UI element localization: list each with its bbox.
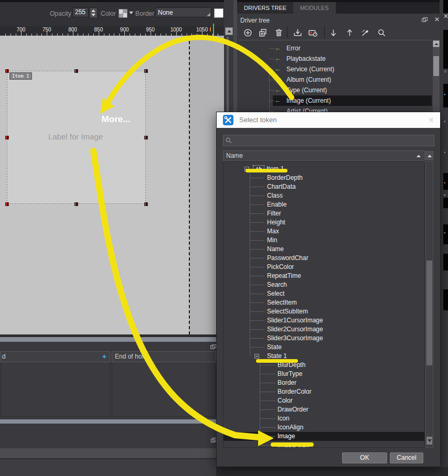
token-item-class[interactable]: Class xyxy=(223,191,424,200)
scroll-up-icon[interactable] xyxy=(225,27,233,35)
horizontal-splitter[interactable] xyxy=(0,337,216,342)
driver-tree-scrollbar[interactable] xyxy=(433,40,440,112)
tab-modules[interactable]: MODULES xyxy=(293,2,335,14)
panel-thumbnail[interactable] xyxy=(443,198,448,208)
token-item-icon[interactable]: Icon xyxy=(223,414,424,423)
driver-item-error[interactable]: ←Error xyxy=(239,43,432,53)
clean-icon[interactable] xyxy=(359,27,371,38)
driver-item-image-current-[interactable]: ←Image (Current) xyxy=(239,95,432,106)
token-search-input[interactable] xyxy=(235,136,431,146)
token-item-max[interactable]: Max xyxy=(223,227,424,236)
driver-item-type-current-[interactable]: ←Type (Current) xyxy=(239,85,432,95)
float-panel-icon[interactable] xyxy=(210,344,216,349)
opacity-input[interactable] xyxy=(72,7,89,17)
selection-handle[interactable] xyxy=(5,136,9,139)
playhead[interactable] xyxy=(213,24,214,36)
panel-thumbnail[interactable] xyxy=(443,254,448,271)
token-item-search[interactable]: Search xyxy=(223,280,424,289)
selection-handle[interactable] xyxy=(5,69,9,73)
timeline-right-track[interactable] xyxy=(112,362,216,417)
selection-handle[interactable] xyxy=(74,69,78,73)
import-icon[interactable] xyxy=(292,27,303,38)
driver-item-album-current-[interactable]: ←Album (Current) xyxy=(239,74,432,85)
selection-handle[interactable] xyxy=(144,136,148,139)
search-icon[interactable] xyxy=(376,27,387,38)
token-item-draworder[interactable]: DrawOrder xyxy=(223,405,424,414)
panel-thumbnail[interactable] xyxy=(443,0,448,13)
move-up-icon[interactable] xyxy=(344,27,355,38)
token-item-state-1[interactable]: State 1 xyxy=(223,352,424,361)
lower-panel-row[interactable] xyxy=(0,448,216,459)
panel-thumbnail[interactable] xyxy=(443,289,448,310)
driver-item-playbackstate[interactable]: ←Playbackstate xyxy=(239,53,432,64)
scroll-up-icon[interactable] xyxy=(433,40,440,47)
token-item-image[interactable]: Image xyxy=(223,432,424,441)
canvas-item[interactable]: Item 1 More... Label for Image xyxy=(7,71,146,204)
tab-drivers-tree[interactable]: DRIVERS TREE xyxy=(237,2,293,14)
color-dropdown-icon[interactable] xyxy=(129,12,133,14)
token-item-border[interactable]: Border xyxy=(223,378,424,387)
token-item-min[interactable]: Min xyxy=(223,236,424,245)
snapshot-icon[interactable] xyxy=(307,27,318,38)
dialog-titlebar[interactable]: Select token ✕ xyxy=(217,112,440,128)
token-item-slider1cursorimage[interactable]: Slider1CursorImage xyxy=(223,316,424,325)
scroll-up-icon[interactable] xyxy=(425,151,433,160)
selection-handle[interactable] xyxy=(144,69,148,73)
move-down-icon[interactable] xyxy=(327,27,339,38)
add-keyframe-button[interactable]: + xyxy=(102,352,106,362)
dialog-close-icon[interactable]: ✕ xyxy=(428,116,434,124)
dialog-scrollbar[interactable] xyxy=(425,161,433,448)
collapse-icon[interactable] xyxy=(244,167,249,171)
token-item-slider2cursorimage[interactable]: Slider2CursorImage xyxy=(223,325,424,334)
token-item-height[interactable]: Height xyxy=(223,218,424,227)
close-panel-icon[interactable]: ✕ xyxy=(434,16,440,23)
token-tree[interactable]: AbItem 1BorderDepthChartDataClassEnableF… xyxy=(223,161,425,448)
token-item-bordercolor[interactable]: BorderColor xyxy=(223,387,424,396)
selection-handle[interactable] xyxy=(5,202,9,206)
token-item-chartdata[interactable]: ChartData xyxy=(223,182,424,191)
fill-color-swatch[interactable] xyxy=(214,8,223,18)
stepper-down-icon[interactable] xyxy=(91,14,95,16)
token-item-state[interactable]: State xyxy=(223,343,424,352)
token-item-passwordchar[interactable]: PasswordChar xyxy=(223,254,424,263)
horizontal-splitter[interactable] xyxy=(0,419,216,424)
token-item-name[interactable]: Name xyxy=(223,245,424,254)
timeline-left-track[interactable] xyxy=(1,362,110,417)
ok-button[interactable]: OK xyxy=(342,452,387,463)
stepper-up-icon[interactable] xyxy=(91,9,95,12)
token-item-imagealign[interactable]: ImageAlign xyxy=(223,441,424,448)
driver-item-service-current-[interactable]: ←Service (Current) xyxy=(239,64,432,74)
token-item-slider3cursorimage[interactable]: Slider3CursorImage xyxy=(223,334,424,343)
close-icon[interactable]: ✕ xyxy=(443,13,448,19)
token-item-filter[interactable]: Filter xyxy=(223,209,424,218)
token-item-color[interactable]: Color xyxy=(223,396,424,405)
design-canvas[interactable]: Item 1 More... Label for Image xyxy=(0,36,224,334)
delete-icon[interactable] xyxy=(273,27,284,38)
token-item-blurdepth[interactable]: BlurDepth xyxy=(223,361,424,370)
token-item-blurtype[interactable]: BlurType xyxy=(223,370,424,378)
timeline-right-header[interactable]: End of hold xyxy=(112,351,216,362)
collapse-icon[interactable] xyxy=(254,354,259,359)
selection-handle[interactable] xyxy=(144,202,148,206)
token-item-borderdepth[interactable]: BorderDepth xyxy=(223,174,424,182)
scrollbar-thumb[interactable] xyxy=(426,261,432,365)
name-column-header[interactable]: Name xyxy=(223,150,425,161)
token-item-pickcolor[interactable]: PickColor xyxy=(223,263,424,272)
color-swatch[interactable] xyxy=(119,9,127,18)
token-item-selectsubitem[interactable]: SelectSubItem xyxy=(223,307,424,316)
opacity-stepper[interactable] xyxy=(89,7,98,18)
token-item-item-1[interactable]: AbItem 1 xyxy=(223,165,424,174)
token-item-repeattime[interactable]: RepeatTime xyxy=(223,272,424,280)
scroll-down-icon[interactable] xyxy=(426,437,432,445)
cancel-button[interactable]: Cancel xyxy=(390,452,423,463)
border-dropdown[interactable]: None xyxy=(155,7,211,17)
token-item-select[interactable]: Select xyxy=(223,289,424,298)
panel-thumbnail[interactable] xyxy=(443,30,448,69)
float-panel-icon[interactable] xyxy=(211,438,216,442)
timeline-left-header[interactable]: d + xyxy=(1,351,110,362)
token-item-selectitem[interactable]: SelectItem xyxy=(223,298,424,307)
duplicate-icon[interactable] xyxy=(257,27,269,38)
token-item-enable[interactable]: Enable xyxy=(223,200,424,209)
float-panel-icon[interactable] xyxy=(422,17,427,22)
scrollbar-thumb[interactable] xyxy=(433,56,439,76)
